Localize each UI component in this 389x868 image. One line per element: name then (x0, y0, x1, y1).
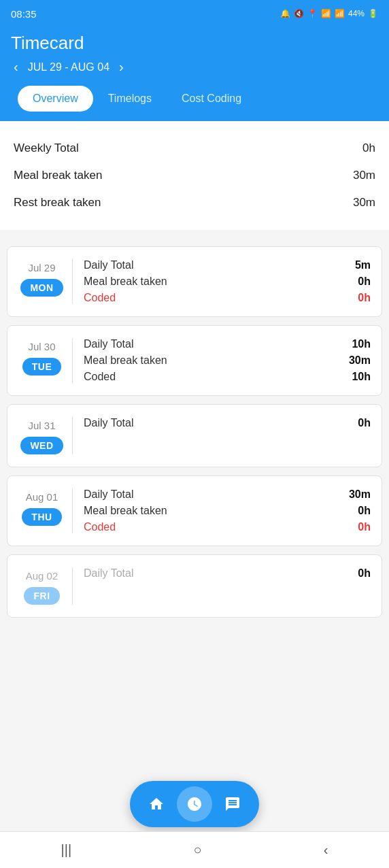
android-nav-menu[interactable]: ||| (48, 837, 86, 863)
meal-break-label: Meal break taken (14, 169, 102, 182)
day-row-meal-tue: Meal break taken 30m (84, 354, 371, 367)
battery-text: 44% (348, 9, 365, 18)
meal-break-label-tue: Meal break taken (84, 354, 167, 367)
wifi-icon: 📶 (321, 9, 331, 18)
daily-total-value-mon: 5m (355, 259, 371, 271)
svg-rect-0 (190, 799, 199, 801)
day-left-wed: Jul 31 WED (18, 417, 73, 454)
meal-break-label-thu: Meal break taken (84, 505, 167, 517)
day-row-total-thu: Daily Total 30m (84, 488, 371, 501)
bottom-nav (130, 781, 259, 827)
day-left-mon: Jul 29 MON (18, 259, 73, 304)
day-badge-tue: TUE (22, 358, 62, 375)
day-date-mon: Jul 29 (28, 262, 55, 273)
nav-timecard-button[interactable] (177, 786, 212, 822)
day-left-fri: Aug 02 FRI (18, 567, 73, 605)
daily-total-value-tue: 10h (352, 338, 371, 350)
day-date-wed: Jul 31 (28, 420, 55, 431)
status-bar: 08:35 🔔 🔇 📍 📶 📶 44% 🔋 (0, 0, 389, 27)
coded-value-mon: 0h (358, 292, 371, 304)
status-time: 08:35 (11, 8, 37, 20)
day-badge-thu: THU (22, 508, 61, 526)
day-row-meal-mon: Meal break taken 0h (84, 276, 371, 288)
nav-home-button[interactable] (139, 786, 174, 822)
daily-total-value-thu: 30m (349, 488, 371, 501)
day-card-fri: Aug 02 FRI Daily Total 0h (7, 554, 382, 618)
day-row-coded-mon: Coded 0h (84, 292, 371, 304)
meal-break-value-thu: 0h (358, 505, 371, 517)
android-nav-bar: ||| ○ ‹ (0, 831, 389, 868)
signal-icon: 📶 (335, 9, 345, 18)
rest-break-label: Rest break taken (14, 196, 101, 210)
summary-row-rest: Rest break taken 30m (14, 189, 375, 216)
day-row-total-wed: Daily Total 0h (84, 417, 371, 429)
day-right-tue: Daily Total 10h Meal break taken 30m Cod… (84, 338, 371, 383)
day-right-fri: Daily Total 0h (84, 567, 371, 605)
meal-break-value-tue: 30m (349, 354, 371, 367)
day-card-mon: Jul 29 MON Daily Total 5m Meal break tak… (7, 246, 382, 317)
daily-total-label-mon: Daily Total (84, 259, 134, 271)
battery-icon: 🔋 (368, 9, 378, 18)
weekly-total-value: 0h (362, 141, 375, 155)
android-nav-back[interactable]: ‹ (310, 837, 342, 863)
day-badge-wed: WED (20, 437, 63, 454)
mute-icon: 🔇 (294, 9, 304, 18)
day-row-coded-thu: Coded 0h (84, 521, 371, 533)
day-left-tue: Jul 30 TUE (18, 338, 73, 383)
page-title: Timecard (11, 33, 378, 54)
day-row-total-tue: Daily Total 10h (84, 338, 371, 350)
meal-break-value-mon: 0h (358, 276, 371, 288)
coded-value-tue: 10h (352, 371, 371, 383)
summary-section: Weekly Total 0h Meal break taken 30m Res… (0, 121, 389, 230)
summary-row-meal: Meal break taken 30m (14, 162, 375, 189)
meal-break-value: 30m (353, 169, 375, 182)
day-date-fri: Aug 02 (26, 570, 58, 582)
daily-total-label-wed: Daily Total (84, 417, 134, 429)
rest-break-value: 30m (353, 196, 375, 210)
date-nav: ‹ JUL 29 - AUG 04 › (11, 58, 378, 76)
android-nav-home[interactable]: ○ (180, 837, 215, 863)
coded-label-thu: Coded (84, 521, 116, 533)
day-row-total-fri: Daily Total 0h (84, 567, 371, 580)
coded-value-thu: 0h (358, 521, 371, 533)
daily-total-value-fri: 0h (358, 567, 371, 580)
day-row-meal-thu: Meal break taken 0h (84, 505, 371, 517)
weekly-total-label: Weekly Total (14, 141, 79, 155)
status-icons: 🔔 🔇 📍 📶 📶 44% 🔋 (280, 9, 378, 18)
summary-row-weekly: Weekly Total 0h (14, 135, 375, 162)
day-card-thu: Aug 01 THU Daily Total 30m Meal break ta… (7, 475, 382, 546)
tab-overview[interactable]: Overview (18, 86, 93, 112)
day-card-wed: Jul 31 WED Daily Total 0h (7, 404, 382, 467)
day-badge-fri: FRI (24, 587, 59, 605)
next-week-button[interactable]: › (116, 58, 126, 76)
alarm-icon: 🔔 (280, 9, 290, 18)
day-badge-mon: MON (20, 279, 63, 297)
daily-total-label-fri: Daily Total (84, 567, 134, 580)
prev-week-button[interactable]: ‹ (11, 58, 21, 76)
day-card-tue: Jul 30 TUE Daily Total 10h Meal break ta… (7, 325, 382, 396)
coded-label-tue: Coded (84, 371, 116, 383)
tab-timelogs[interactable]: Timelogs (93, 86, 167, 112)
day-right-mon: Daily Total 5m Meal break taken 0h Coded… (84, 259, 371, 304)
day-date-thu: Aug 01 (26, 491, 58, 503)
day-right-wed: Daily Total 0h (84, 417, 371, 454)
day-date-tue: Jul 30 (28, 341, 55, 352)
date-range: JUL 29 - AUG 04 (28, 61, 109, 73)
spacer (0, 241, 389, 246)
day-row-coded-tue: Coded 10h (84, 371, 371, 383)
day-left-thu: Aug 01 THU (18, 488, 73, 533)
header: Timecard ‹ JUL 29 - AUG 04 › Overview Ti… (0, 27, 389, 121)
daily-total-label-thu: Daily Total (84, 488, 134, 501)
day-right-thu: Daily Total 30m Meal break taken 0h Code… (84, 488, 371, 533)
tab-costcoding[interactable]: Cost Coding (167, 86, 256, 112)
coded-label-mon: Coded (84, 292, 116, 304)
daily-total-value-wed: 0h (358, 417, 371, 429)
meal-break-label-mon: Meal break taken (84, 276, 167, 288)
day-row-total-mon: Daily Total 5m (84, 259, 371, 271)
nav-messages-button[interactable] (215, 786, 250, 822)
daily-total-label-tue: Daily Total (84, 338, 134, 350)
tabs: Overview Timelogs Cost Coding (11, 86, 378, 121)
location-icon: 📍 (307, 9, 318, 18)
content: Weekly Total 0h Meal break taken 30m Res… (0, 121, 389, 618)
